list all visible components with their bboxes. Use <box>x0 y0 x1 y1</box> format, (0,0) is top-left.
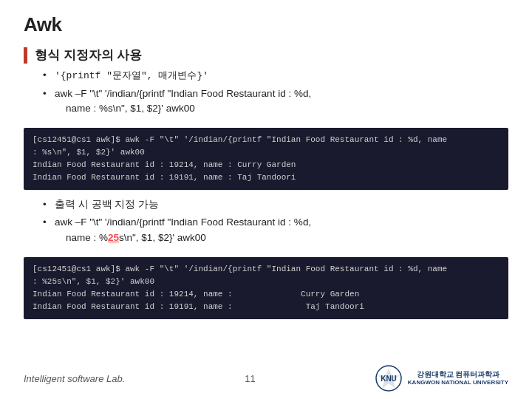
section-2: 출력 시 공백 지정 가능 awk –F "\t" '/indian/{prin… <box>24 197 508 251</box>
red-bar-icon <box>24 47 27 64</box>
section-1: 형식 지정자의 사용 '{printf "문자열", 매개변수}' awk –F… <box>24 47 508 122</box>
code-block-2: [cs12451@cs1 awk]$ awk -F "\t" '/indian/… <box>24 257 508 319</box>
page-title: Awk <box>24 13 508 36</box>
highlight-25s: 25 <box>108 232 119 243</box>
footer-page-number: 11 <box>245 373 255 384</box>
footer: Intelligent software Lab. 11 KNU 강원대학교 컴… <box>0 365 532 392</box>
bullet-item-2: awk –F "\t" '/indian/{printf "Indian Foo… <box>43 86 508 117</box>
svg-text:KNU: KNU <box>381 375 397 383</box>
section-1-title: 형식 지정자의 사용 <box>35 47 142 64</box>
university-name: 강원대학교 컴퓨터과학과 <box>408 369 508 379</box>
section-1-bullets: '{printf "문자열", 매개변수}' awk –F "\t" '/ind… <box>43 68 508 116</box>
code-block-1: [cs12451@cs1 awk]$ awk -F "\t" '/indian/… <box>24 128 508 190</box>
bullet-item-3: 출력 시 공백 지정 가능 <box>43 197 508 212</box>
main-page: Awk 형식 지정자의 사용 '{printf "문자열", 매개변수}' aw… <box>0 0 532 399</box>
footer-lab-text: Intelligent software Lab. <box>24 373 125 384</box>
food-text: Food <box>201 88 224 99</box>
section-2-bullets: 출력 시 공백 지정 가능 awk –F "\t" '/indian/{prin… <box>43 197 508 245</box>
knu-emblem-icon: KNU <box>375 365 402 392</box>
footer-logo: KNU 강원대학교 컴퓨터과학과 KANGWON NATIONAL UNIVER… <box>375 365 508 392</box>
university-name-en: KANGWON NATIONAL UNIVERSITY <box>408 379 508 386</box>
bullet-item-4: awk –F "\t" '/indian/{printf "Indian Foo… <box>43 215 508 245</box>
bullet-item-1: '{printf "문자열", 매개변수}' <box>43 68 508 83</box>
section-1-header: 형식 지정자의 사용 <box>24 47 508 64</box>
